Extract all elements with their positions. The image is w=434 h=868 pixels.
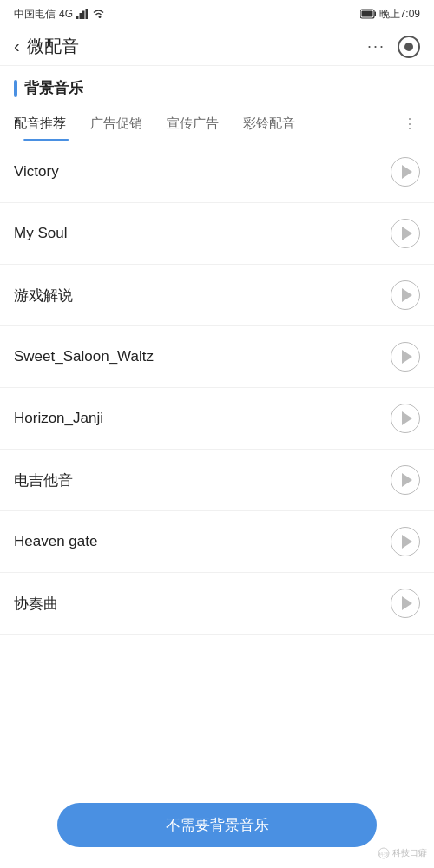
status-time: 晚上7:09	[360, 7, 420, 22]
tab-promo[interactable]: 宣传广告	[155, 107, 231, 141]
play-button[interactable]	[391, 589, 420, 618]
svg-rect-1	[80, 13, 82, 19]
music-item: Horizon_Janji	[0, 388, 434, 450]
tab-ad[interactable]: 广告促销	[78, 107, 155, 141]
top-nav: ‹ 微配音 ···	[0, 28, 434, 66]
play-button[interactable]	[391, 465, 420, 495]
tabs-more-icon[interactable]: ⋮	[399, 107, 420, 141]
nav-right: ···	[367, 36, 420, 58]
play-icon	[402, 350, 412, 364]
wifi-icon	[92, 9, 105, 19]
svg-rect-6	[361, 11, 372, 17]
music-name: My Soul	[14, 225, 67, 242]
play-button[interactable]	[391, 404, 420, 433]
music-name: Heaven gate	[14, 533, 97, 550]
svg-rect-5	[374, 12, 376, 16]
play-button[interactable]	[391, 280, 420, 310]
play-icon	[402, 288, 412, 302]
music-item: Victory	[0, 141, 434, 203]
svg-rect-2	[82, 11, 85, 20]
music-item: Sweet_Saloon_Waltz	[0, 326, 434, 388]
signal-icon	[76, 9, 89, 19]
play-icon	[402, 165, 412, 179]
play-button[interactable]	[391, 157, 420, 187]
music-item: Heaven gate	[0, 511, 434, 573]
status-carrier: 中国电信 4G	[14, 7, 105, 22]
section-bar-accent	[14, 80, 17, 97]
watermark: 科技 科技口癖	[378, 847, 427, 859]
back-button[interactable]: ‹	[14, 36, 20, 56]
music-name: Victory	[14, 163, 59, 181]
no-music-button[interactable]: 不需要背景音乐	[57, 803, 377, 847]
svg-rect-0	[76, 16, 79, 19]
play-icon	[402, 411, 412, 425]
music-item: My Soul	[0, 203, 434, 265]
play-button[interactable]	[391, 219, 420, 248]
music-item: 电吉他音	[0, 450, 434, 511]
play-icon	[402, 473, 412, 487]
more-button[interactable]: ···	[367, 37, 385, 56]
music-item: 游戏解说	[0, 265, 434, 326]
music-list: VictoryMy Soul游戏解说Sweet_Saloon_WaltzHori…	[0, 141, 434, 635]
music-name: Sweet_Saloon_Waltz	[14, 348, 154, 365]
music-name: 电吉他音	[14, 470, 73, 490]
bottom-area: 不需要背景音乐	[0, 791, 434, 868]
music-item: 协奏曲	[0, 573, 434, 635]
music-name: 游戏解说	[14, 286, 73, 306]
battery-icon	[360, 9, 376, 19]
play-button[interactable]	[391, 527, 420, 556]
nav-title: 微配音	[27, 35, 79, 58]
tabs-bar: 配音推荐 广告促销 宣传广告 彩铃配音 ⋮	[0, 107, 434, 141]
nav-left: ‹ 微配音	[14, 35, 79, 58]
svg-rect-3	[86, 9, 89, 19]
tab-ring[interactable]: 彩铃配音	[231, 107, 307, 141]
record-button[interactable]	[398, 36, 420, 58]
tab-recommend[interactable]: 配音推荐	[14, 107, 78, 141]
svg-text:科技: 科技	[378, 852, 389, 857]
play-icon	[402, 535, 412, 549]
section-label: 背景音乐	[24, 78, 83, 98]
section-title: 背景音乐	[0, 66, 434, 107]
play-icon	[402, 596, 412, 610]
play-icon	[402, 227, 412, 240]
play-button[interactable]	[391, 342, 420, 372]
watermark-icon: 科技	[378, 847, 390, 859]
music-name: Horizon_Janji	[14, 410, 103, 427]
music-name: 协奏曲	[14, 594, 58, 614]
status-bar: 中国电信 4G 晚上7:09	[0, 0, 434, 28]
record-icon	[404, 43, 413, 51]
